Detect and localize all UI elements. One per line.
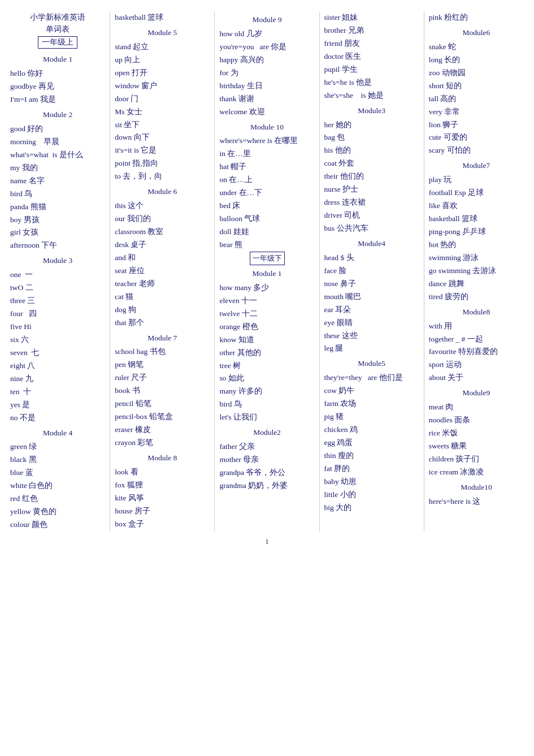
entry: tall 高的	[429, 93, 524, 106]
grade-upper-box: 一年级上	[38, 36, 77, 49]
entry: house 房子	[115, 505, 210, 518]
col5-module7-title: Module7	[429, 159, 524, 172]
col4-module4-title: Module4	[324, 237, 419, 250]
entry: pig 猪	[324, 411, 419, 424]
entry: rice 米饭	[429, 427, 524, 440]
entry: let's 让我们	[219, 411, 314, 424]
entry: hat 帽子	[219, 161, 314, 174]
entry: welcome 欢迎	[219, 106, 314, 119]
entry: know 知道	[219, 334, 314, 347]
entry: for 为	[219, 67, 314, 80]
entry: eleven 十一	[219, 295, 314, 308]
entry: five Hi	[10, 321, 105, 334]
col3-lower-module1-title: Module 1	[219, 267, 314, 280]
entry: bird 鸟	[10, 188, 105, 201]
main-title: 小学新标准英语 单词表 一年级上	[10, 11, 105, 51]
entry: football Esp 足球	[429, 187, 524, 200]
entry: Ms 女士	[115, 106, 210, 119]
entry: grandpa 爷爷，外公	[219, 466, 314, 479]
entry: stand 起立	[115, 41, 210, 54]
entry: colour 颜色	[10, 519, 105, 532]
entry: leg 腿	[324, 342, 419, 355]
entry: long 长的	[429, 54, 524, 67]
page: 小学新标准英语 单词表 一年级上 Module 1 hello 你好 goodb…	[0, 0, 534, 558]
entry: with 用	[429, 320, 524, 333]
entry: tree 树	[219, 360, 314, 373]
col1-module4-title: Module 4	[10, 427, 105, 440]
entry: book 书	[115, 385, 210, 398]
entry: eight 八	[10, 360, 105, 373]
page-number: 1	[265, 537, 269, 546]
entry: hot 热的	[429, 239, 524, 252]
entry: on 在…上	[219, 174, 314, 187]
entry: basketball 篮球	[429, 213, 524, 226]
entry: thin 瘦的	[324, 450, 419, 463]
entry: orange 橙色	[219, 321, 314, 334]
entry: and 和	[115, 252, 210, 265]
entry: cow 奶牛	[324, 385, 419, 398]
entry: dance 跳舞	[429, 278, 524, 291]
entry: you're=you are 你是	[219, 41, 314, 54]
entry: red 红色	[10, 493, 105, 506]
col2-module6-title: Module 6	[115, 185, 210, 198]
entry: nine 九	[10, 373, 105, 386]
entry: this 这个	[115, 200, 210, 213]
entry: like 喜欢	[429, 200, 524, 213]
entry: scary 可怕的	[429, 144, 524, 157]
column-2: basketball 篮球 Module 5 stand 起立 up 向上 op…	[110, 11, 215, 532]
entry: in 在…里	[219, 148, 314, 161]
main-content: 小学新标准英语 单词表 一年级上 Module 1 hello 你好 goodb…	[6, 11, 528, 532]
entry: ruler 尺子	[115, 371, 210, 385]
entry: four 四	[10, 308, 105, 321]
entry: under 在…下	[219, 187, 314, 200]
entry: coat 外套	[324, 157, 419, 170]
entry: crayon 彩笔	[115, 437, 210, 450]
entry: happy 高兴的	[219, 54, 314, 67]
entry: twO 二	[10, 282, 105, 295]
entry: six 六	[10, 334, 105, 347]
entry: these 这些	[324, 330, 419, 343]
entry: twelve 十二	[219, 308, 314, 321]
entry: meat 肉	[429, 401, 524, 414]
entry: seat 座位	[115, 265, 210, 278]
entry: how many 多少	[219, 282, 314, 295]
entry: sister 姐妹	[324, 11, 419, 24]
entry: one 一	[10, 269, 105, 282]
entry: sweets 糖果	[429, 440, 524, 453]
entry: their 他们的	[324, 170, 419, 183]
entry: they're=they are 他们是	[324, 371, 419, 385]
entry: it's=it is 它是	[115, 144, 210, 157]
grade-lower-box: 一年级下	[250, 252, 285, 265]
entry: pencil 铅笔	[115, 398, 210, 411]
entry: desk 桌子	[115, 239, 210, 252]
col2-module8-title: Module 8	[115, 452, 210, 465]
col5-module8-title: Module8	[429, 306, 524, 319]
page-footer: 1	[6, 537, 528, 546]
entry: up 向上	[115, 54, 210, 67]
col5-module6-title: Module6	[429, 27, 524, 40]
entry: point 指,指向	[115, 157, 210, 170]
entry: children 孩子们	[429, 453, 524, 466]
entry: play 玩	[429, 174, 524, 187]
entry: egg 鸡蛋	[324, 437, 419, 450]
entry: cute 可爱的	[429, 131, 524, 144]
entry: fox 狐狸	[115, 479, 210, 492]
entry: door 门	[115, 93, 210, 106]
entry: big 大的	[324, 502, 419, 515]
entry: grandma 奶奶，外婆	[219, 479, 314, 493]
entry: her 她的	[324, 119, 419, 132]
entry: basketball 篮球	[115, 11, 210, 24]
entry: snake 蛇	[429, 41, 524, 54]
entry: short 短的	[429, 80, 524, 93]
grade-lower-wrapper: 一年级下	[219, 252, 314, 265]
entry: farm 农场	[324, 398, 419, 411]
entry: how old 几岁	[219, 28, 314, 41]
entry: that 那个	[115, 317, 210, 330]
entry: bed 床	[219, 200, 314, 213]
entry: go swimming 去游泳	[429, 265, 524, 278]
entry: ear 耳朵	[324, 304, 419, 317]
entry: pupil 学生	[324, 63, 419, 76]
entry: window 窗户	[115, 80, 210, 93]
entry: box 盒子	[115, 518, 210, 531]
entry: fat 胖的	[324, 463, 419, 476]
